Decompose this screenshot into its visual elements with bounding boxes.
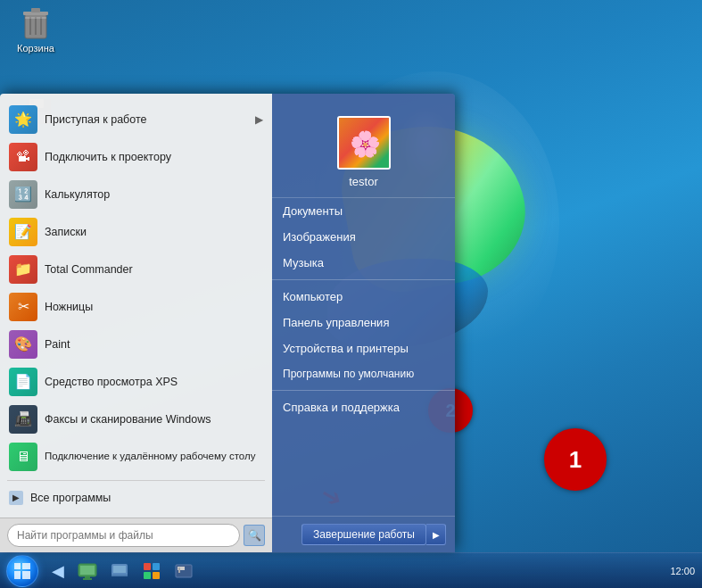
notes-label: Записки (45, 225, 87, 239)
right-link-devices[interactable]: Устройства и принтеры (272, 335, 455, 361)
notes-icon: 📝 (9, 218, 37, 246)
taskbar: ◀ (0, 552, 702, 588)
remote-label: Подключение к удалённому рабочему столу (45, 450, 255, 463)
trash-label: Корзина (17, 43, 54, 54)
getting-started-arrow: ▶ (255, 113, 263, 126)
projector-icon: 📽 (9, 143, 37, 171)
xps-label: Средство просмотра XPS (45, 375, 178, 389)
right-separator-2 (272, 390, 455, 391)
menu-item-fax[interactable]: 📠 Факсы и сканирование Windows (0, 401, 272, 438)
search-input[interactable] (7, 524, 240, 547)
all-programs-label: Все программы (30, 491, 111, 505)
svg-rect-24 (178, 567, 180, 573)
svg-rect-2 (31, 8, 40, 12)
right-link-default-programs[interactable]: Программы по умолчанию (272, 361, 455, 386)
desktop-icon-trash[interactable]: Корзина (4, 4, 67, 54)
scissors-label: Ножницы (45, 300, 93, 314)
start-menu-items: 🌟 Приступая к работе ▶ 📽 Подключить к пр… (0, 94, 272, 518)
calculator-icon: 🔢 (9, 180, 37, 209)
taskbar-icon-4[interactable] (168, 555, 200, 587)
calculator-label: Калькулятор (45, 187, 110, 202)
right-link-images[interactable]: Изображения (272, 224, 455, 250)
start-orb (6, 555, 38, 587)
menu-item-calculator[interactable]: 🔢 Калькулятор (0, 176, 272, 213)
start-button[interactable] (0, 553, 45, 589)
remote-icon: 🖥 (9, 443, 37, 471)
svg-rect-20 (144, 572, 151, 579)
xps-icon: 📄 (9, 368, 37, 396)
all-programs-arrow-icon: ▶ (9, 491, 23, 505)
taskbar-right-area: 12:00 (670, 566, 702, 576)
shutdown-arrow-icon: ▶ (433, 530, 440, 540)
user-avatar[interactable]: 🌸 (337, 116, 391, 170)
right-link-documents[interactable]: Документы (272, 198, 455, 224)
shutdown-button[interactable]: Завершение работы (301, 524, 426, 545)
shutdown-row: Завершение работы ▶ (272, 516, 455, 552)
shutdown-arrow-button[interactable]: ▶ (426, 524, 446, 545)
svg-rect-13 (80, 566, 95, 575)
getting-started-icon: 🌟 (9, 105, 37, 134)
paint-icon: 🎨 (9, 330, 37, 359)
svg-rect-15 (83, 578, 92, 580)
search-icon: 🔍 (248, 529, 261, 542)
right-link-help[interactable]: Справка и поддержка (272, 394, 455, 420)
menu-item-xps[interactable]: 📄 Средство просмотра XPS (0, 363, 272, 401)
svg-rect-19 (153, 563, 160, 570)
projector-label: Подключить к проектору (45, 150, 171, 164)
user-name: testor (349, 175, 378, 188)
svg-rect-21 (153, 572, 160, 579)
total-commander-label: Total Commander (45, 262, 133, 277)
search-bar: 🔍 (0, 518, 272, 552)
menu-item-getting-started[interactable]: 🌟 Приступая к работе ▶ (0, 101, 272, 138)
right-separator-1 (272, 279, 455, 280)
user-section: 🌸 testor (272, 103, 455, 198)
scissors-icon: ✂ (9, 293, 37, 321)
menu-item-scissors[interactable]: ✂ Ножницы (0, 288, 272, 326)
taskbar-icon-3[interactable] (136, 555, 168, 587)
taskbar-icon-2[interactable] (103, 555, 136, 587)
desktop: Корзина 🌟 Приступая к работе (0, 0, 702, 588)
right-link-control-panel[interactable]: Панель управления (272, 310, 455, 335)
taskbar-icon-1[interactable] (71, 555, 103, 587)
search-button[interactable]: 🔍 (244, 525, 265, 546)
user-avatar-image: 🌸 (339, 118, 391, 170)
right-link-music[interactable]: Музыка (272, 250, 455, 276)
right-link-computer[interactable]: Компьютер (272, 284, 455, 310)
annotation-1: 1 (544, 428, 607, 491)
menu-item-projector[interactable]: 📽 Подключить к проектору (0, 138, 272, 176)
start-menu-left-panel: 🌟 Приступая к работе ▶ 📽 Подключить к пр… (0, 94, 272, 552)
taskbar-time: 12:00 (670, 566, 695, 576)
start-menu: 🌟 Приступая к работе ▶ 📽 Подключить к пр… (0, 94, 455, 552)
svg-rect-18 (144, 563, 151, 570)
left-separator (7, 480, 265, 481)
total-commander-icon: 📁 (9, 255, 37, 284)
menu-item-total-commander[interactable]: 📁 Total Commander (0, 251, 272, 288)
menu-item-paint[interactable]: 🎨 Paint (0, 326, 272, 363)
start-menu-right-panel: 🌸 testor Документы Изображения Музыка Ко… (272, 94, 455, 552)
all-programs-item[interactable]: ▶ Все программы (0, 485, 272, 510)
fax-icon: 📠 (9, 405, 37, 434)
paint-label: Paint (45, 337, 70, 352)
menu-item-remote[interactable]: 🖥 Подключение к удалённому рабочему стол… (0, 438, 272, 476)
fax-label: Факсы и сканирование Windows (45, 412, 211, 427)
menu-item-notes[interactable]: 📝 Записки (0, 213, 272, 251)
taskbar-back-arrow[interactable]: ◀ (45, 553, 71, 589)
svg-rect-17 (113, 566, 126, 573)
getting-started-label: Приступая к работе (45, 112, 146, 127)
svg-rect-6 (25, 17, 46, 19)
trash-icon (18, 4, 54, 40)
